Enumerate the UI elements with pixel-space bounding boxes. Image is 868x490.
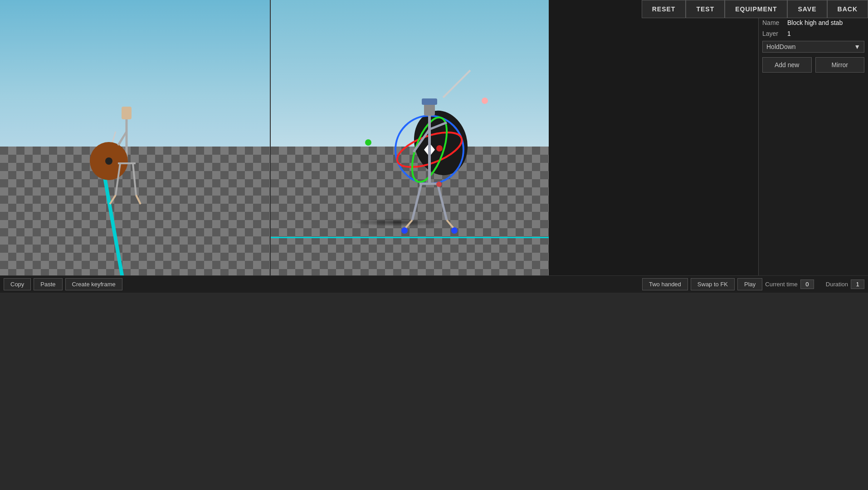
bottom-toolbar: Copy Paste Create keyframe Two handed Sw…	[0, 275, 868, 293]
back-button[interactable]: BACK	[827, 0, 868, 18]
add-new-button[interactable]: Add new	[762, 57, 812, 73]
svg-point-5	[105, 157, 112, 165]
svg-point-29	[451, 227, 458, 234]
two-handed-button[interactable]: Two handed	[642, 278, 688, 290]
layer-row: Layer 1	[762, 30, 864, 37]
duration-label: Duration	[826, 281, 848, 288]
layer-label: Layer	[762, 30, 787, 37]
test-button[interactable]: TEST	[686, 0, 725, 18]
layer-value: 1	[787, 30, 864, 37]
svg-line-26	[438, 184, 447, 220]
name-row: Name Block high and stab	[762, 19, 864, 26]
play-button[interactable]: Play	[737, 278, 762, 290]
save-button[interactable]: SAVE	[787, 0, 827, 18]
character-left[interactable]	[91, 104, 163, 222]
svg-line-10	[133, 163, 136, 195]
svg-line-11	[136, 195, 141, 204]
holddown-dropdown[interactable]: HoldDown ▼	[762, 41, 864, 53]
svg-line-24	[412, 184, 421, 220]
name-label: Name	[762, 19, 787, 26]
svg-line-6	[118, 132, 127, 145]
mirror-button[interactable]: Mirror	[815, 57, 865, 73]
right-panel: Edit move Name Block high and stab Layer…	[758, 0, 868, 293]
svg-point-28	[401, 227, 408, 234]
ik-dot-green[interactable]	[365, 139, 371, 146]
duration-value[interactable]: 1	[851, 279, 864, 289]
copy-button[interactable]: Copy	[4, 278, 31, 290]
dropdown-chevron-icon: ▼	[854, 43, 860, 50]
svg-rect-1	[122, 107, 132, 119]
paste-button[interactable]: Paste	[34, 278, 62, 290]
swap-to-fk-button[interactable]: Swap to FK	[691, 278, 735, 290]
panel-action-buttons: Add new Mirror	[762, 57, 864, 73]
viewport-right[interactable]	[270, 0, 549, 293]
ik-dot-red-right[interactable]	[436, 145, 443, 152]
move-name-value: Block high and stab	[787, 19, 864, 26]
svg-rect-20	[422, 98, 437, 105]
viewport-left[interactable]	[0, 0, 270, 293]
equipment-button[interactable]: EQUIPMENT	[725, 0, 787, 18]
ik-dot-pink[interactable]	[482, 98, 488, 104]
timeline-area[interactable]	[0, 293, 868, 490]
reset-button[interactable]: RESET	[642, 0, 686, 18]
character-right[interactable]	[380, 79, 470, 234]
current-time-label: Current time	[765, 281, 798, 288]
ik-dot-red-mid[interactable]	[436, 181, 442, 187]
current-time-value[interactable]: 0	[800, 279, 814, 289]
svg-line-9	[110, 195, 116, 204]
top-toolbar: RESET TEST EQUIPMENT SAVE BACK	[642, 0, 868, 18]
create-keyframe-button[interactable]: Create keyframe	[65, 278, 122, 290]
